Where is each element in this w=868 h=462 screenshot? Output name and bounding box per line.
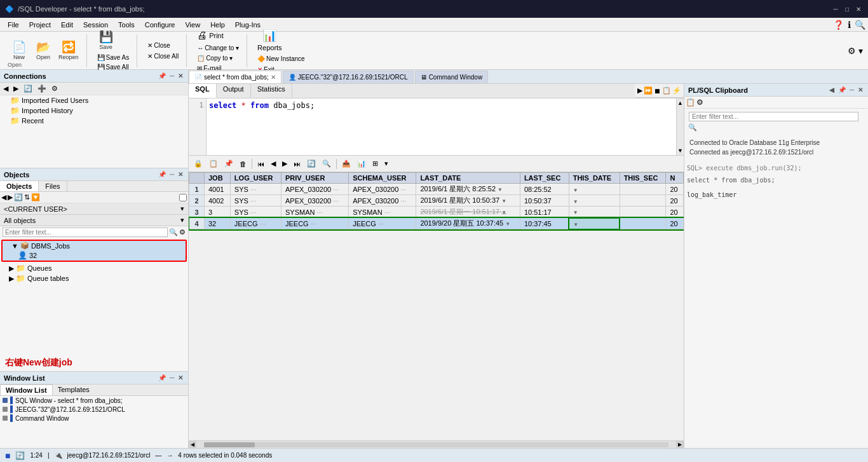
save-button[interactable]: 💾 Save [95, 30, 118, 51]
new-instance-button[interactable]: 🔶 New Instance [255, 54, 308, 64]
toolbar-extra-icon1[interactable]: ⚙ [848, 46, 856, 56]
obj-queues[interactable]: ▶ 📁 Queues [0, 263, 188, 273]
close-all-button[interactable]: ✕ Close All [145, 51, 181, 61]
obj-queue-tables[interactable]: ▶ 📁 Queue tables [0, 273, 188, 283]
obj-pin-icon[interactable]: 📌 [157, 171, 167, 178]
reports-button[interactable]: 📊 Reports [255, 27, 285, 53]
sql-tab-close[interactable]: ✕ [271, 74, 276, 81]
conn-settings-icon[interactable]: ⚙ [50, 84, 60, 93]
conn-back-icon[interactable]: ◀ [1, 84, 10, 93]
clip-minimize-icon[interactable]: ─ [848, 86, 855, 93]
tab-objects[interactable]: Objects [0, 181, 39, 191]
col-last-sec[interactable]: LAST_SEC [520, 173, 569, 184]
all-objects-arrow[interactable]: ▾ [180, 216, 184, 224]
obj-32[interactable]: 👤 32 [3, 250, 186, 261]
obj-refresh-icon[interactable]: 🔄 [14, 193, 23, 201]
col-last-date[interactable]: LAST_DATE [416, 173, 520, 184]
clip-settings-icon[interactable]: ⚙ [696, 98, 703, 107]
status-refresh-icon[interactable]: 🔄 [15, 451, 25, 460]
result-next-icon[interactable]: ▶ [280, 158, 290, 169]
info-icon[interactable]: ℹ [848, 20, 851, 30]
clip-close-icon[interactable]: ✕ [857, 86, 864, 93]
obj-filter-icon[interactable]: 🔽 [31, 193, 40, 201]
result-grid-arrow[interactable]: ▾ [382, 158, 391, 169]
conn-minimize-icon[interactable]: ─ [168, 72, 175, 79]
help-icon[interactable]: ❓ [833, 20, 844, 30]
wl-pin-icon[interactable]: 📌 [157, 374, 167, 381]
obj-close-icon[interactable]: ✕ [177, 171, 184, 178]
toolbar-run-all-icon[interactable]: ⏩ [644, 86, 653, 95]
close-icon[interactable]: ✕ [854, 4, 863, 13]
col-this-date[interactable]: THIS_DATE [569, 173, 620, 184]
editor-tab-cmd[interactable]: 🖥 Command Window [415, 71, 488, 83]
wl-item-sql[interactable]: SQL Window - select * from dba_jobs; [0, 396, 188, 405]
toolbar-stop-icon[interactable]: ⏹ [654, 87, 661, 95]
print-button[interactable]: 🖨 Print [194, 29, 241, 43]
obj-minimize-icon[interactable]: ─ [168, 171, 175, 178]
col-priv-user[interactable]: PRIV_USER [281, 173, 349, 184]
sql-content[interactable]: select * from dba_jobs; [207, 99, 676, 155]
tab-files[interactable]: Files [39, 181, 67, 191]
result-lock-icon[interactable]: 🔒 [191, 158, 205, 169]
obj-sort-icon[interactable]: ⇅ [24, 193, 30, 201]
conn-recent[interactable]: 📁 Recent [0, 116, 188, 126]
conn-close-icon[interactable]: ✕ [177, 72, 184, 79]
h-scroll-left[interactable]: ◀ [189, 441, 196, 449]
obj-checkbox[interactable] [179, 194, 187, 201]
clip-filter-icon[interactable]: 🔍 [688, 123, 697, 131]
result-first-icon[interactable]: ⏮ [255, 159, 267, 169]
h-scroll-track[interactable] [204, 442, 668, 447]
maximize-icon[interactable]: □ [843, 4, 851, 13]
col-n[interactable]: N [666, 173, 684, 184]
change-to-button[interactable]: ↔ Change to ▾ [194, 43, 241, 53]
scroll-up-icon[interactable]: ▲ [676, 99, 684, 107]
col-schema-user[interactable]: SCHEMA_USER [349, 173, 416, 184]
wl-item-cmd[interactable]: Command Window [0, 414, 188, 423]
col-job[interactable]: JOB [205, 173, 231, 184]
toolbar-run-icon[interactable]: ▶ [637, 86, 642, 95]
new-button[interactable]: 📄 New [8, 40, 31, 62]
wl-minimize-icon[interactable]: ─ [168, 374, 175, 381]
sql-subtab-sql[interactable]: SQL [189, 84, 217, 98]
wl-tab-templates[interactable]: Templates [53, 384, 95, 395]
h-scroll-thumb[interactable] [204, 442, 255, 447]
object-filter-input[interactable] [3, 228, 168, 237]
clip-pin-icon[interactable]: 📌 [837, 86, 847, 93]
result-refresh-icon[interactable]: 🔄 [304, 158, 318, 169]
wl-item-jeecg[interactable]: JEECG."32"@172.16.2.69:1521/ORCL [0, 405, 188, 414]
clip-copy-icon[interactable]: 📋 [686, 98, 695, 107]
reopen-button[interactable]: 🔁 Reopen [56, 40, 81, 62]
minimize-icon[interactable]: ─ [831, 4, 840, 13]
result-copy-icon[interactable]: 📋 [207, 158, 220, 169]
conn-imported-history[interactable]: 📁 Imported History [0, 105, 188, 116]
result-last-icon[interactable]: ⏭ [291, 159, 303, 169]
filter-settings-icon[interactable]: ⚙ [179, 228, 186, 236]
toolbar-explain-icon[interactable]: 📋 [662, 86, 671, 95]
result-delete-icon[interactable]: 🗑 [237, 159, 249, 169]
menu-session[interactable]: Session [78, 20, 113, 30]
toolbar-execute-icon[interactable]: ⚡ [672, 86, 681, 95]
result-query-icon[interactable]: 🔍 [320, 158, 334, 169]
close-button[interactable]: ✕ Close [145, 41, 181, 50]
sql-subtab-statistics[interactable]: Statistics [251, 84, 292, 98]
h-scroll-right[interactable]: ▶ [676, 441, 684, 449]
col-this-sec[interactable]: THIS_SEC [620, 173, 666, 184]
editor-tab-jeecg[interactable]: 👤 JEECG."32"@172.16.2.69:1521/ORCL [283, 71, 414, 83]
result-paste-icon[interactable]: 📌 [222, 158, 236, 169]
support-icon[interactable]: 🔍 [855, 20, 865, 30]
conn-pin-icon[interactable]: 📌 [157, 72, 167, 79]
obj-dbms-jobs[interactable]: ▼ 📦 DBMS_Jobs [3, 241, 186, 250]
wl-close-icon[interactable]: ✕ [177, 374, 184, 381]
result-prev-icon[interactable]: ◀ [268, 158, 278, 169]
col-log-user[interactable]: LOG_USER [230, 173, 281, 184]
result-export-icon[interactable]: 📤 [339, 158, 353, 169]
menu-edit[interactable]: Edit [56, 20, 78, 30]
menu-file[interactable]: File [3, 20, 24, 30]
toolbar-extra-icon2[interactable]: ▾ [858, 46, 863, 56]
conn-new-icon[interactable]: ➕ [36, 84, 48, 93]
obj-forward-icon[interactable]: ▶ [8, 193, 13, 201]
current-user-arrow[interactable]: ▾ [180, 205, 184, 213]
result-chart-icon[interactable]: 📊 [355, 158, 369, 169]
menu-project[interactable]: Project [24, 20, 56, 30]
obj-back-icon[interactable]: ◀ [1, 193, 6, 201]
